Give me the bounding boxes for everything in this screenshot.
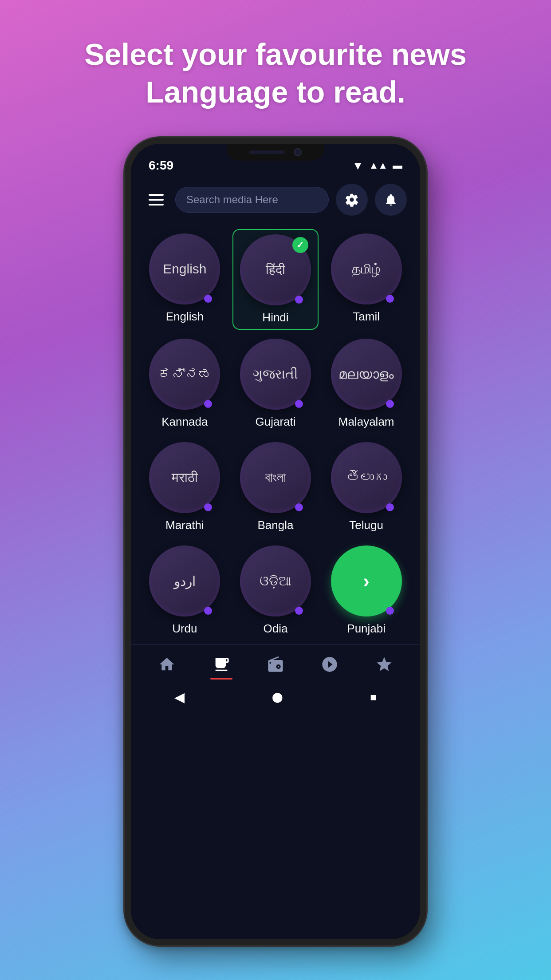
home-button[interactable]: ⬤ xyxy=(272,692,283,703)
news-icon xyxy=(213,656,230,673)
lang-circle-hindi: हिंदी xyxy=(240,234,311,305)
purple-dot-hindi xyxy=(295,296,303,304)
power-button xyxy=(423,233,426,268)
search-placeholder: Search media Here xyxy=(186,194,278,206)
star-icon xyxy=(375,656,393,673)
lang-circle-kannada: ಕನ್ನಡ xyxy=(149,339,220,410)
lang-item-urdu[interactable]: اردو Urdu xyxy=(142,541,228,640)
radio-icon xyxy=(267,656,284,673)
settings-button[interactable] xyxy=(336,184,368,216)
lang-native-marathi: मराठी xyxy=(172,470,198,486)
lang-name-gujarati: Gujarati xyxy=(255,415,295,429)
nav-video[interactable] xyxy=(314,652,346,677)
purple-dot-malayalam xyxy=(386,400,394,408)
headline-line2: Language to read. xyxy=(146,75,405,109)
lang-circle-odia: ଓଡ଼ିଆ xyxy=(240,545,311,616)
home-icon xyxy=(158,656,176,673)
volume-button-right xyxy=(423,277,426,335)
lang-native-urdu: اردو xyxy=(174,573,196,589)
nav-radio[interactable] xyxy=(260,652,291,677)
bell-icon xyxy=(384,193,398,207)
purple-dot-tamil xyxy=(386,295,394,303)
purple-dot-punjabi xyxy=(386,607,394,615)
lang-native-bangla: বাংলা xyxy=(265,470,286,486)
phone-screen: 6:59 ▼ ▲▲ ▬ Search media Here xyxy=(131,144,420,939)
lang-native-kannada: ಕನ್ನಡ xyxy=(158,367,212,382)
phone-mockup: 6:59 ▼ ▲▲ ▬ Search media Here xyxy=(125,138,426,945)
headline: Select your favourite news Language to r… xyxy=(49,36,502,111)
purple-dot-bangla xyxy=(295,503,303,511)
notifications-button[interactable] xyxy=(375,184,407,216)
bottom-nav xyxy=(131,644,420,682)
lang-circle-tamil: தமிழ் xyxy=(331,233,402,304)
lang-item-bangla[interactable]: বাংলা Bangla xyxy=(232,438,319,537)
phone-notch xyxy=(227,144,324,161)
search-bar[interactable]: Search media Here xyxy=(175,187,329,213)
status-icons: ▼ ▲▲ ▬ xyxy=(352,159,402,173)
lang-name-marathi: Marathi xyxy=(165,518,204,532)
menu-button[interactable] xyxy=(144,190,168,210)
lang-name-tamil: Tamil xyxy=(353,310,380,324)
video-icon xyxy=(321,656,338,673)
lang-name-bangla: Bangla xyxy=(258,518,294,532)
lang-circle-bangla: বাংলা xyxy=(240,442,311,513)
lang-name-hindi: Hindi xyxy=(262,311,288,324)
purple-dot-marathi xyxy=(204,503,212,511)
lang-name-urdu: Urdu xyxy=(172,622,197,636)
lang-circle-marathi: मराठी xyxy=(149,442,220,513)
gear-icon xyxy=(345,193,359,207)
purple-dot-gujarati xyxy=(295,400,303,408)
lang-name-kannada: Kannada xyxy=(161,415,208,429)
android-nav-bar: ◀ ⬤ ■ xyxy=(131,682,420,714)
lang-item-odia[interactable]: ଓଡ଼ିଆ Odia xyxy=(232,541,319,640)
lang-circle-malayalam: മലയാളം xyxy=(331,339,402,410)
lang-item-telugu[interactable]: తెలుగు Telugu xyxy=(323,438,409,537)
lang-native-malayalam: മലയാളം xyxy=(338,367,394,382)
front-camera xyxy=(294,148,302,156)
lang-item-marathi[interactable]: मराठी Marathi xyxy=(142,438,228,537)
status-time: 6:59 xyxy=(149,158,173,173)
lang-item-malayalam[interactable]: മലയാളം Malayalam xyxy=(323,334,409,433)
lang-circle-telugu: తెలుగు xyxy=(331,442,402,513)
lang-name-english: English xyxy=(166,310,204,324)
purple-dot-kannada xyxy=(204,400,212,408)
lang-native-english: English xyxy=(163,261,206,277)
language-grid: English English हिंदी Hindi தமிழ் Tamil … xyxy=(131,225,420,644)
lang-native-telugu: తెలుగు xyxy=(346,470,386,485)
signal-icon: ▲▲ xyxy=(369,160,387,171)
lang-circle-gujarati: ગુજરાતી xyxy=(240,339,311,410)
volume-button-left xyxy=(125,246,128,299)
speaker-grille xyxy=(249,150,285,154)
purple-dot-urdu xyxy=(204,607,212,615)
lang-item-kannada[interactable]: ಕನ್ನಡ Kannada xyxy=(142,334,228,433)
lang-native-tamil: தமிழ் xyxy=(352,261,381,277)
nav-favorites[interactable] xyxy=(368,652,400,677)
next-arrow: › xyxy=(363,570,370,592)
lang-native-gujarati: ગુજરાતી xyxy=(253,367,298,382)
app-header: Search media Here xyxy=(131,175,420,225)
lang-item-english[interactable]: English English xyxy=(142,229,228,330)
back-button[interactable]: ◀ xyxy=(174,689,185,705)
nav-home[interactable] xyxy=(151,652,183,677)
lang-item-punjabi[interactable]: › Punjabi xyxy=(323,541,409,640)
lang-name-malayalam: Malayalam xyxy=(338,415,394,429)
recents-button[interactable]: ■ xyxy=(370,691,377,703)
battery-icon: ▬ xyxy=(393,160,402,171)
purple-dot-english xyxy=(204,295,212,303)
lang-name-telugu: Telugu xyxy=(349,518,383,532)
lang-name-punjabi: Punjabi xyxy=(347,622,386,636)
lang-circle-urdu: اردو xyxy=(149,545,220,616)
purple-dot-telugu xyxy=(386,503,394,511)
lang-circle-english: English xyxy=(149,233,220,304)
lang-item-tamil[interactable]: தமிழ் Tamil xyxy=(323,229,409,330)
phone-frame: 6:59 ▼ ▲▲ ▬ Search media Here xyxy=(125,138,426,945)
nav-news[interactable] xyxy=(205,652,237,677)
lang-native-odia: ଓଡ଼ିଆ xyxy=(260,573,291,589)
lang-circle-punjabi: › xyxy=(331,545,402,616)
lang-item-hindi[interactable]: हिंदी Hindi xyxy=(232,229,319,330)
lang-name-odia: Odia xyxy=(264,622,288,636)
lang-native-hindi: हिंदी xyxy=(266,262,285,278)
purple-dot-odia xyxy=(295,607,303,615)
lang-item-gujarati[interactable]: ગુજરાતી Gujarati xyxy=(232,334,319,433)
wifi-icon: ▼ xyxy=(352,159,364,173)
